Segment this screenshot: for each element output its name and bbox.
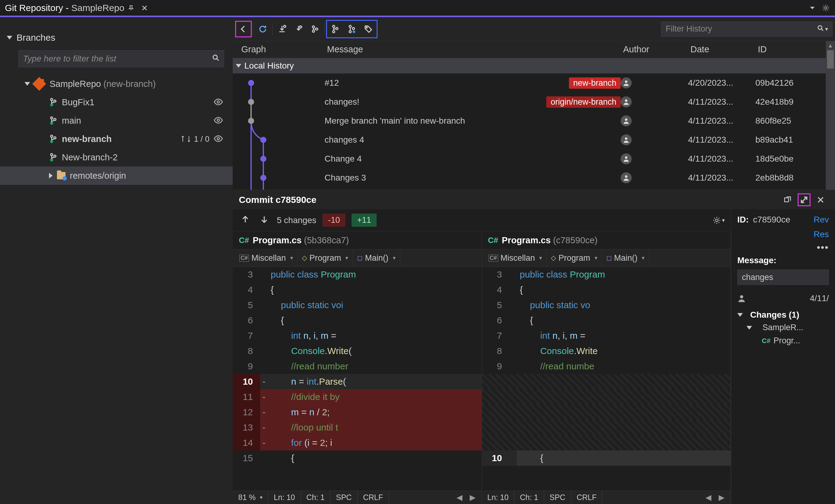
window-menu-icon[interactable]	[807, 2, 818, 14]
crumb-method[interactable]: ◻Main()▾	[353, 249, 400, 267]
close-tab-icon[interactable]	[139, 2, 150, 14]
col-id[interactable]: ID	[755, 44, 826, 55]
svg-point-44	[716, 219, 718, 221]
expand-icon	[49, 173, 53, 178]
col-message[interactable]: Message	[325, 44, 621, 55]
commit-message: Merge branch 'main' into new-branch	[325, 116, 465, 126]
branch-new-branch[interactable]: new-branch 1 / 0	[0, 130, 233, 148]
more-actions-icon[interactable]: •••	[731, 242, 835, 253]
history-scrollbar[interactable]: ▲	[826, 41, 835, 190]
commit-row[interactable]: changes 44/11/2023...b89acb41	[233, 130, 826, 149]
col-date[interactable]: Date	[688, 44, 755, 55]
author-avatar	[621, 134, 632, 145]
settings-gear-icon[interactable]	[820, 2, 831, 14]
author-avatar	[621, 78, 632, 88]
crumb-method[interactable]: ◻Main()▾	[602, 249, 649, 267]
repo-node[interactable]: SampleRepo (new-branch)	[0, 75, 233, 93]
crumb-namespace[interactable]: ◇Program▾	[298, 249, 353, 267]
push-button[interactable]	[307, 21, 323, 37]
filter-placeholder: Type here to filter the list	[23, 54, 212, 64]
char-col[interactable]: Ch: 1	[514, 491, 544, 504]
diff-pane-new: C# Program.cs (c78590ce) C#Miscellan▾ ◇P…	[482, 231, 731, 504]
commit-row[interactable]: Merge branch 'main' into new-branch4/11/…	[233, 111, 826, 130]
tags-button[interactable]	[360, 21, 376, 37]
commit-message: Changes 3	[325, 173, 366, 183]
branch-bugfix1[interactable]: BugFix1	[0, 93, 233, 111]
svg-point-4	[54, 100, 56, 102]
search-icon	[817, 24, 824, 34]
line-ending[interactable]: CRLF	[358, 491, 389, 504]
watch-icon[interactable]	[214, 116, 224, 125]
expand-icon	[24, 82, 30, 86]
zoom-level[interactable]: 81 % ▾	[233, 491, 268, 504]
scroll-up-icon[interactable]: ▲	[826, 41, 835, 50]
back-button[interactable]	[235, 21, 252, 37]
local-branches-button[interactable]	[327, 21, 344, 37]
svg-point-8	[54, 119, 56, 121]
line-ending[interactable]: CRLF	[571, 491, 602, 504]
svg-point-39	[625, 119, 627, 121]
svg-point-26	[349, 30, 351, 33]
branch-main[interactable]: main	[0, 111, 233, 130]
diff-settings-button[interactable]: ▾	[713, 216, 725, 224]
code-old[interactable]: 3public class Program 4{ 5 public static…	[233, 267, 482, 490]
commit-date: 4/11/2023...	[688, 154, 755, 164]
col-author[interactable]: Author	[621, 44, 688, 55]
watch-icon[interactable]	[214, 134, 224, 144]
branch-filter-input[interactable]: Type here to filter the list	[18, 50, 224, 67]
line-col[interactable]: Ln: 10	[482, 491, 515, 504]
filter-history-input[interactable]: Filter History ▾	[661, 21, 833, 37]
indent-mode[interactable]: SPC	[330, 491, 357, 504]
line-col[interactable]: Ln: 10	[268, 491, 301, 504]
crumb-project[interactable]: C#Miscellan▾	[235, 249, 298, 267]
scroll-thumb[interactable]	[827, 50, 834, 68]
history-columns: Graph Message Author Date ID	[233, 41, 826, 58]
remotes-node[interactable]: remotes/origin	[0, 166, 233, 185]
changed-folder[interactable]: SampleR...	[731, 321, 835, 334]
code-new[interactable]: 3public class Program 4{ 5 public static…	[482, 267, 731, 490]
expand-icon[interactable]	[798, 193, 811, 206]
char-col[interactable]: Ch: 1	[301, 491, 331, 504]
pin-icon[interactable]	[125, 2, 137, 14]
commit-row[interactable]: #12new-branch4/20/2023...09b42126	[233, 74, 826, 92]
branch-new-branch-2[interactable]: New-branch-2	[0, 148, 233, 166]
col-graph[interactable]: Graph	[233, 44, 325, 55]
lines-added: +11	[351, 214, 376, 227]
scroll-left-icon[interactable]: ◀	[453, 493, 466, 502]
remote-branches-button[interactable]	[344, 21, 360, 37]
commit-row[interactable]: Change 44/11/2023...18d5e0be	[233, 149, 826, 168]
commit-id: 18d5e0be	[755, 154, 826, 164]
scroll-right-icon[interactable]: ▶	[715, 493, 728, 502]
commit-row[interactable]: changes!origin/new-branch4/11/2023...42e…	[233, 92, 826, 111]
file-name: Program.cs	[502, 235, 551, 246]
changed-file[interactable]: C# Progr...	[731, 334, 835, 347]
history-toolbar: Filter History ▾	[233, 17, 835, 41]
branches-header[interactable]: Branches	[0, 29, 233, 46]
window-title: Git Repository - SampleRepo	[2, 3, 124, 13]
reset-link[interactable]: Res	[814, 230, 829, 239]
diff-area: 5 changes -10 +11 ▾ C#	[233, 209, 835, 504]
refresh-button[interactable]	[254, 21, 271, 37]
changes-section-header[interactable]: Changes (1)	[731, 306, 835, 321]
revert-link[interactable]: Rev	[814, 215, 829, 225]
scroll-right-icon[interactable]: ▶	[466, 493, 479, 502]
svg-point-6	[50, 117, 53, 119]
close-icon[interactable]	[814, 193, 827, 206]
crumb-namespace[interactable]: ◇Program▾	[547, 249, 602, 267]
next-change-button[interactable]	[258, 214, 271, 227]
commit-message-input[interactable]: changes	[737, 270, 829, 285]
crumb-project[interactable]: C#Miscellan▾	[484, 249, 547, 267]
fetch-button[interactable]	[274, 21, 290, 37]
indent-mode[interactable]: SPC	[544, 491, 571, 504]
watch-icon[interactable]	[214, 97, 224, 107]
commit-row[interactable]: Changes 34/11/2023...2eb8b8d8	[233, 168, 826, 187]
prev-change-button[interactable]	[239, 214, 252, 227]
svg-point-41	[625, 156, 627, 159]
commit-date: 4/11/2023...	[688, 116, 755, 126]
scroll-left-icon[interactable]: ◀	[702, 493, 715, 502]
dock-icon[interactable]	[781, 193, 794, 206]
pull-button[interactable]	[290, 21, 307, 37]
commit-id-label: ID:	[737, 215, 749, 225]
svg-point-45	[740, 295, 744, 299]
local-history-header[interactable]: Local History	[233, 58, 826, 74]
